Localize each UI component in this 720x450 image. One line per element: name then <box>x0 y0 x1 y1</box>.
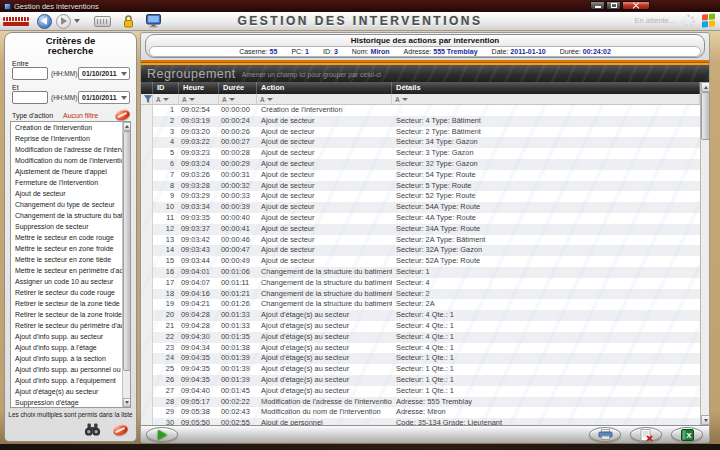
scroll-up-icon[interactable] <box>123 122 131 131</box>
row-selector[interactable] <box>141 137 153 148</box>
filter-cell[interactable]: A <box>257 94 392 104</box>
action-type-item[interactable]: Modification du nom de l'intervention <box>11 155 122 166</box>
time-to-input[interactable] <box>12 91 48 104</box>
action-type-item[interactable]: Mettre le secteur en zone froide <box>11 243 122 254</box>
table-row[interactable]: 1309:03:4200:00:46Ajout de secteurSecteu… <box>141 235 700 246</box>
table-row[interactable]: 1209:03:3700:00:41Ajout de secteurSecteu… <box>141 224 700 235</box>
action-type-item[interactable]: Assigner un code 10 au secteur <box>11 276 122 287</box>
row-selector[interactable] <box>141 105 153 116</box>
action-type-item[interactable]: Ajout d'info supp. au secteur <box>11 331 122 342</box>
column-header[interactable]: Action <box>257 82 392 94</box>
table-row[interactable]: 209:03:1900:00:24Ajout de secteurSecteur… <box>141 116 700 127</box>
table-row[interactable]: 1909:04:2100:01:26Changement de la struc… <box>141 299 700 310</box>
row-selector[interactable] <box>141 278 153 289</box>
action-type-item[interactable]: Retirer le secteur du code rouge <box>11 287 122 298</box>
table-row[interactable]: 609:03:2400:00:29Ajout de secteurSecteur… <box>141 159 700 170</box>
time-from-input[interactable] <box>12 67 48 80</box>
action-type-item[interactable]: Retirer le secteur du périmètre d'accès … <box>11 320 122 331</box>
table-row[interactable]: 2109:04:2800:01:33Ajout d'étage(s) au se… <box>141 321 700 332</box>
clear-search-icon[interactable] <box>112 422 129 436</box>
row-selector[interactable] <box>141 299 153 310</box>
action-type-item[interactable]: Ajout de secteur <box>11 188 122 199</box>
action-type-item[interactable]: Reprise de l'intervention <box>11 133 122 144</box>
action-type-item[interactable]: Retirer le secteur de la zone tiède <box>11 298 122 309</box>
row-selector[interactable] <box>141 407 153 418</box>
table-row[interactable]: 409:03:2200:00:27Ajout de secteurSecteur… <box>141 137 700 148</box>
date-from-select[interactable]: 01/10/2011 <box>78 67 130 80</box>
row-selector[interactable] <box>141 181 153 192</box>
row-selector[interactable] <box>141 353 153 364</box>
scroll-up-icon[interactable] <box>701 82 710 92</box>
table-row[interactable]: 2309:04:3400:01:38Ajout d'étage(s) au se… <box>141 343 700 354</box>
action-type-item[interactable]: Suppression de secteur <box>11 221 122 232</box>
action-type-item[interactable]: Retirer le secteur de la zone froide <box>11 309 122 320</box>
row-selector[interactable] <box>141 343 153 354</box>
delete-report-button[interactable] <box>630 427 662 442</box>
export-excel-button[interactable]: X <box>671 427 703 442</box>
table-row[interactable]: 1109:03:3500:00:40Ajout de secteurSecteu… <box>141 213 700 224</box>
row-selector[interactable] <box>141 191 153 202</box>
table-row[interactable]: 709:03:2600:00:31Ajout de secteurSecteur… <box>141 170 700 181</box>
action-type-item[interactable]: Ajout d'info supp. au personnel ou unité <box>11 364 122 375</box>
play-button[interactable] <box>146 427 178 442</box>
table-row[interactable]: 309:03:2000:00:26Ajout de secteurSecteur… <box>141 127 700 138</box>
action-type-item[interactable]: Fermeture de l'intervention <box>11 177 122 188</box>
close-button[interactable] <box>622 1 650 10</box>
table-row[interactable]: 1809:04:1600:01:21Changement de la struc… <box>141 289 700 300</box>
table-scrollbar[interactable] <box>700 82 709 425</box>
row-selector[interactable] <box>141 213 153 224</box>
row-selector[interactable] <box>141 397 153 408</box>
table-row[interactable]: 2009:04:2800:01:33Ajout d'étage(s) au se… <box>141 310 700 321</box>
action-type-item[interactable]: Changement de la structure du batiment <box>11 210 122 221</box>
filter-cell[interactable]: A <box>219 94 257 104</box>
row-selector[interactable] <box>141 235 153 246</box>
action-type-item[interactable]: Création de l'intervention <box>11 122 122 133</box>
minimize-button[interactable] <box>590 1 605 10</box>
filter-cell[interactable]: A <box>392 94 700 104</box>
action-type-item[interactable]: Ajout d'étage(s) au secteur <box>11 386 122 397</box>
row-selector[interactable] <box>141 116 153 127</box>
maximize-button[interactable] <box>606 1 621 10</box>
table-row[interactable]: 1709:04:0700:01:11Changement de la struc… <box>141 278 700 289</box>
table-row[interactable]: 1409:03:4300:00:47Ajout de secteurSecteu… <box>141 245 700 256</box>
table-row[interactable]: 2809:05:1700:02:22Modification de l'adre… <box>141 397 700 408</box>
date-to-select[interactable]: 01/10/2011 <box>78 91 130 104</box>
table-row[interactable]: 2209:04:3000:01:35Ajout d'étage(s) au se… <box>141 332 700 343</box>
action-type-item[interactable]: Suppression d'étage <box>11 397 122 408</box>
action-type-item[interactable]: Changement du type de secteur <box>11 199 122 210</box>
scroll-down-icon[interactable] <box>123 398 131 407</box>
column-header[interactable]: Heure <box>179 82 219 94</box>
table-row[interactable]: 2609:04:3500:01:39Ajout d'étage(s) au se… <box>141 375 700 386</box>
action-list-scrollbar[interactable] <box>122 122 130 407</box>
row-selector[interactable] <box>141 202 153 213</box>
table-row[interactable]: 2409:04:3500:01:39Ajout d'étage(s) au se… <box>141 353 700 364</box>
row-selector[interactable] <box>141 321 153 332</box>
action-type-item[interactable]: Mettre le secteur en code rouge <box>11 232 122 243</box>
table-row[interactable]: 2909:05:3800:02:43Modification du nom de… <box>141 407 700 418</box>
scrollbar-thumb[interactable] <box>123 131 131 371</box>
row-selector[interactable] <box>141 418 153 425</box>
filter-cell[interactable]: A <box>153 94 179 104</box>
row-selector[interactable] <box>141 267 153 278</box>
group-by-bar[interactable]: Regroupement Amener un champ ici pour gr… <box>141 65 709 82</box>
windows-logo-icon[interactable] <box>702 13 715 27</box>
table-row[interactable]: 1009:03:3400:00:39Ajout de secteurSecteu… <box>141 202 700 213</box>
table-row[interactable]: 3009:05:5000:02:55Ajout de personnelCode… <box>141 418 700 425</box>
row-selector[interactable] <box>141 256 153 267</box>
table-row[interactable]: 1609:04:0100:01:06Changement de la struc… <box>141 267 700 278</box>
scroll-down-icon[interactable] <box>701 415 710 425</box>
action-type-item[interactable]: Ajout d'info supp. à l'équipement <box>11 375 122 386</box>
table-row[interactable]: 2709:04:4000:01:45Ajout d'étage(s) au se… <box>141 386 700 397</box>
row-selector[interactable] <box>141 148 153 159</box>
row-selector[interactable] <box>141 375 153 386</box>
clear-filter-icon[interactable] <box>114 108 131 122</box>
row-selector[interactable] <box>141 127 153 138</box>
table-row[interactable]: 509:03:2300:00:28Ajout de secteurSecteur… <box>141 148 700 159</box>
search-binoculars-icon[interactable] <box>84 423 101 436</box>
row-selector[interactable] <box>141 159 153 170</box>
column-header[interactable]: ID <box>153 82 179 94</box>
row-selector[interactable] <box>141 289 153 300</box>
row-selector[interactable] <box>141 364 153 375</box>
action-type-item[interactable]: Ajout d'info supp. à la section <box>11 353 122 364</box>
filter-cell[interactable]: A <box>179 94 219 104</box>
